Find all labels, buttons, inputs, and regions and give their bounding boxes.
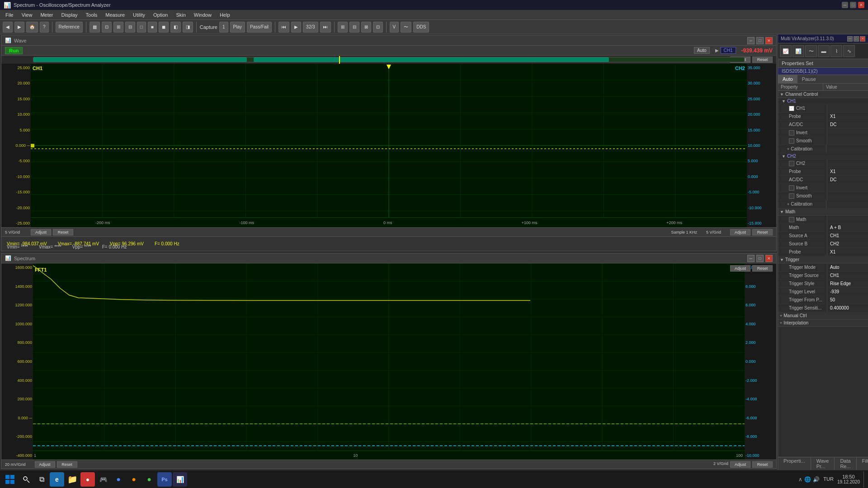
multi-vir-min[interactable]: ─: [847, 36, 853, 42]
tab-filter[interactable]: Filter: [857, 457, 868, 470]
capture-value[interactable]: 1: [219, 22, 228, 33]
menu-measure[interactable]: Measure: [102, 11, 128, 19]
taskbar-network[interactable]: 🌐: [804, 476, 811, 483]
taskbar-photoshop[interactable]: Ps: [157, 472, 172, 487]
menu-skin[interactable]: Skin: [172, 11, 189, 19]
toolbar-icon1[interactable]: ▦: [90, 22, 100, 33]
vir-icon-fft[interactable]: ∿: [843, 45, 855, 57]
taskbar-app1[interactable]: ●: [80, 472, 95, 487]
grid-btn4[interactable]: ⊡: [373, 22, 383, 33]
taskbar-edge[interactable]: e: [50, 472, 64, 487]
wave-btn[interactable]: 〜: [401, 22, 411, 33]
search-button[interactable]: [19, 472, 33, 487]
close-button[interactable]: ✕: [858, 2, 864, 8]
vir-icon-scope[interactable]: 📈: [780, 45, 792, 57]
toolbar-icon5[interactable]: □: [137, 22, 146, 33]
toolbar-icon3[interactable]: ⊞: [113, 22, 123, 33]
device-selector[interactable]: ISDS205B(1.1)(2): [778, 68, 868, 75]
spectrum-restore[interactable]: □: [756, 255, 764, 262]
vir-icon-bar[interactable]: ▬: [818, 45, 830, 57]
play-frames[interactable]: ▶: [291, 22, 301, 33]
taskbar-volume[interactable]: 🔊: [813, 476, 820, 483]
menu-window[interactable]: Window: [190, 11, 215, 19]
minimize-button[interactable]: ─: [842, 2, 848, 8]
toolbar-icon9[interactable]: ◨: [183, 22, 193, 33]
tab-auto[interactable]: Auto: [778, 75, 797, 83]
reference-button[interactable]: Reference: [56, 22, 83, 33]
menu-help[interactable]: Help: [216, 11, 234, 19]
taskbar-app5[interactable]: ●: [142, 472, 156, 487]
toolbar-icon8[interactable]: ◧: [170, 22, 181, 33]
spectrum-minimize[interactable]: ─: [747, 255, 755, 262]
fft-adjust[interactable]: Adjust: [730, 265, 750, 272]
spectrum-close[interactable]: ✕: [765, 255, 773, 262]
multi-vir-close[interactable]: ✕: [860, 36, 865, 42]
taskbar-explorer[interactable]: 📁: [65, 472, 80, 487]
prop-ch2-calibration[interactable]: +Calibration: [778, 200, 868, 208]
toolbar-icon2[interactable]: ⊡: [102, 22, 112, 33]
fft-reset[interactable]: Reset: [752, 265, 773, 272]
grid-btn1[interactable]: ⊞: [338, 22, 348, 33]
prev-frame[interactable]: ⏮: [278, 22, 289, 33]
toolbar-icon7[interactable]: ◼: [159, 22, 169, 33]
section-ch2[interactable]: ▼ CH2: [778, 153, 868, 160]
section-interpolation[interactable]: + Interpolation: [778, 319, 868, 327]
menu-display[interactable]: Display: [58, 11, 81, 19]
toolbar-back[interactable]: ◀: [3, 22, 13, 33]
grid-btn2[interactable]: ⊟: [349, 22, 359, 33]
vir-icon-pulse[interactable]: ⌇: [830, 45, 842, 57]
fft-reset-bottom[interactable]: Reset: [57, 461, 77, 468]
menu-file[interactable]: File: [2, 11, 17, 19]
menu-tools[interactable]: Tools: [82, 11, 101, 19]
prop-ch1-calibration[interactable]: +Calibration: [778, 145, 868, 153]
vir-icon-scope2[interactable]: 📊: [793, 45, 804, 57]
wave-close[interactable]: ✕: [765, 37, 773, 44]
ch1-adjust[interactable]: Adjust: [31, 229, 51, 235]
fft2-reset[interactable]: Reset: [752, 461, 773, 468]
v-btn[interactable]: V: [390, 22, 399, 33]
toolbar-icon4[interactable]: ⊟: [125, 22, 135, 33]
start-button[interactable]: [2, 471, 18, 488]
tab-properties[interactable]: Properti...: [778, 457, 811, 470]
toolbar-icon6[interactable]: ■: [148, 22, 157, 33]
taskbar-app3[interactable]: ●: [111, 472, 126, 487]
vir-icon-wave[interactable]: 〜: [805, 45, 817, 57]
menu-utility[interactable]: Utility: [129, 11, 149, 19]
run-button[interactable]: Run: [5, 47, 23, 54]
taskbar-app4[interactable]: ●: [127, 472, 141, 487]
menu-option[interactable]: Option: [150, 11, 171, 19]
grid-btn3[interactable]: ⊠: [361, 22, 371, 33]
toolbar-help[interactable]: ?: [40, 22, 49, 33]
maximize-button[interactable]: □: [850, 2, 856, 8]
toolbar-home[interactable]: 🏠: [26, 22, 38, 33]
menu-meter[interactable]: Meter: [37, 11, 57, 19]
section-ch1[interactable]: ▼ CH1: [778, 98, 868, 104]
section-channel-control[interactable]: ▼ Channel Control: [778, 91, 868, 98]
tab-pause[interactable]: Pause: [797, 75, 821, 83]
menu-view[interactable]: View: [18, 11, 36, 19]
tab-wave-props[interactable]: Wave Pr...: [811, 457, 835, 470]
multi-vir-max[interactable]: □: [854, 36, 859, 42]
section-trigger[interactable]: ▼ Trigger: [778, 256, 868, 263]
taskbar-show-desktop[interactable]: [863, 471, 866, 488]
pass-fail-button[interactable]: Pass/Fail: [247, 22, 272, 33]
taskbar-spectrum[interactable]: 📊: [173, 472, 187, 487]
auto-button[interactable]: Auto: [694, 47, 710, 54]
wave-reset[interactable]: Reset: [752, 56, 773, 63]
wave-restore[interactable]: □: [756, 37, 764, 44]
task-view-button[interactable]: ⧉: [34, 472, 49, 487]
fft2-adjust[interactable]: Adjust: [730, 461, 750, 468]
wave-minimize[interactable]: ─: [747, 37, 755, 44]
next-frame[interactable]: ⏭: [320, 22, 331, 33]
taskbar-app2[interactable]: 🎮: [96, 472, 110, 487]
dds-button[interactable]: DDS: [413, 22, 429, 33]
tab-data-rec[interactable]: Data Re...: [835, 457, 856, 470]
fft-adjust-bottom[interactable]: Adjust: [35, 461, 55, 468]
play-button[interactable]: Play: [230, 22, 245, 33]
ch2-reset[interactable]: Reset: [752, 229, 773, 235]
ch1-reset[interactable]: Reset: [53, 229, 73, 235]
section-math[interactable]: ▼ Math: [778, 208, 868, 216]
toolbar-forward[interactable]: ▶: [14, 22, 24, 33]
taskbar-arrow[interactable]: ∧: [798, 476, 802, 483]
ch2-adjust[interactable]: Adjust: [730, 229, 750, 235]
